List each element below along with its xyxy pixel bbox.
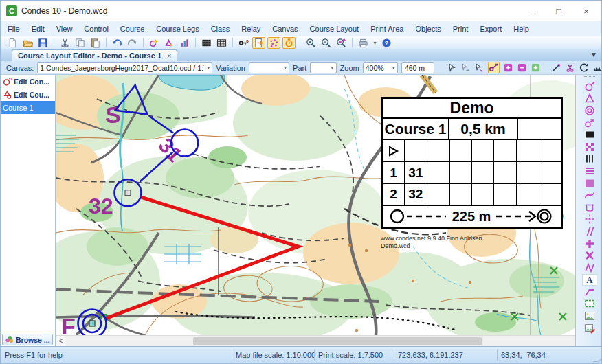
menu-item[interactable]: Course: [120, 25, 144, 33]
corridor-lines-icon[interactable]: [582, 153, 597, 166]
statistics-icon[interactable]: [178, 37, 191, 49]
filled-area-icon[interactable]: [582, 177, 597, 190]
start-triangle-icon[interactable]: [582, 93, 597, 105]
select-pointer-icon[interactable]: [447, 62, 457, 73]
rotate-icon[interactable]: [579, 62, 589, 73]
horizontal-scrollbar[interactable]: <: [56, 335, 575, 346]
hatched-area-icon[interactable]: [582, 165, 597, 177]
redo-icon[interactable]: [126, 37, 139, 49]
menu-item[interactable]: View: [56, 25, 73, 33]
divider: [232, 350, 232, 361]
menu-item[interactable]: Relay: [241, 25, 260, 33]
menu-item[interactable]: Print: [453, 25, 469, 33]
zoom-select[interactable]: 400%▾: [363, 62, 398, 73]
control-32-label[interactable]: 32: [89, 194, 113, 218]
sidebar-item-edit-controls[interactable]: 31 Edit Con...: [1, 75, 55, 88]
print-dropdown-icon[interactable]: ▾: [372, 37, 378, 49]
select-object-pointer-icon[interactable]: [474, 62, 484, 73]
control-collection-icon[interactable]: [282, 37, 296, 49]
help-icon[interactable]: ?: [380, 37, 393, 49]
all-controls-key-icon[interactable]: 0: [237, 37, 250, 49]
close-button[interactable]: ×: [572, 1, 600, 21]
menu-item[interactable]: File: [8, 25, 20, 33]
print-icon[interactable]: [357, 37, 370, 49]
menu-item[interactable]: Export: [480, 25, 502, 33]
scrollbar-thumb[interactable]: [193, 337, 482, 345]
cut-object-icon[interactable]: [565, 62, 575, 73]
edit-courses-icon[interactable]: [148, 37, 161, 49]
remove-magenta-icon[interactable]: [517, 62, 527, 73]
menu-item[interactable]: Control: [84, 25, 108, 33]
variation-select[interactable]: ▾: [249, 62, 289, 73]
course-layout-editor-icon[interactable]: [252, 37, 265, 49]
add-green-icon[interactable]: [531, 62, 541, 73]
save-file-icon[interactable]: [36, 37, 49, 49]
scroll-left-icon[interactable]: <: [56, 336, 66, 347]
table-grid-icon[interactable]: [215, 37, 228, 49]
menu-item[interactable]: Objects: [415, 25, 441, 33]
finish-label[interactable]: F: [61, 313, 76, 335]
forbidden-route-icon[interactable]: [582, 225, 597, 238]
selection-handle-finish[interactable]: [89, 321, 95, 326]
relocate-objects-icon[interactable]: [267, 37, 280, 49]
control-with-tail-icon[interactable]: [582, 117, 597, 129]
tab-close-icon[interactable]: ×: [167, 52, 171, 60]
map-credit: www.condes.net 9.9.40 Finn Arildsen Demo…: [381, 235, 482, 250]
menu-item[interactable]: Course Layout: [310, 25, 359, 33]
control-circle-icon[interactable]: [582, 80, 597, 93]
black-area-icon[interactable]: [582, 128, 597, 141]
undo-icon[interactable]: [111, 37, 124, 49]
text-tool-icon[interactable]: A: [582, 274, 597, 286]
cut-icon[interactable]: [58, 37, 71, 49]
open-file-icon[interactable]: [21, 37, 34, 49]
canvas-select[interactable]: 1 Condes_JaegersborgHegn2017_Ocad10.ocd …: [37, 62, 212, 73]
part-select[interactable]: ▾: [310, 62, 336, 73]
copy-icon[interactable]: [74, 37, 87, 49]
minimize-button[interactable]: –: [517, 1, 545, 21]
browse-button[interactable]: Browse ...: [2, 334, 53, 345]
menu-item[interactable]: Print Area: [370, 25, 403, 33]
tab-overflow-icon[interactable]: ▼: [590, 51, 597, 58]
finish-circles-icon[interactable]: [582, 104, 597, 117]
new-file-icon[interactable]: [6, 37, 19, 49]
zoom-selection-icon[interactable]: [335, 37, 348, 49]
container-symbol-icon[interactable]: [582, 201, 597, 214]
corner-line-icon[interactable]: [582, 286, 597, 298]
measure-icon[interactable]: [592, 62, 602, 73]
wavy-line-icon[interactable]: [582, 262, 597, 274]
crossing-point-icon[interactable]: [582, 214, 597, 226]
add-magenta-icon[interactable]: [503, 62, 513, 73]
zoom-out-icon[interactable]: [320, 37, 333, 49]
menu-item[interactable]: Help: [513, 25, 529, 33]
menu-item[interactable]: Edit: [32, 25, 45, 33]
select-leg-pointer-icon[interactable]: [460, 62, 471, 73]
checkered-area-icon[interactable]: [582, 141, 597, 153]
zoom-in-icon[interactable]: [304, 37, 317, 49]
resize-grip[interactable]: [591, 356, 602, 363]
move-control-key-icon[interactable]: [488, 62, 500, 73]
menu-item[interactable]: Canvas: [272, 25, 298, 33]
selection-handle-32[interactable]: [125, 190, 131, 196]
menu-item[interactable]: Course Legs: [156, 25, 199, 33]
image-edit-icon[interactable]: [582, 322, 597, 334]
edit-controls-icon[interactable]: [163, 37, 176, 49]
image-icon[interactable]: [582, 310, 597, 322]
curved-line-icon[interactable]: [582, 189, 597, 201]
status-cursor-coordinates: 63,34, -76,34: [501, 351, 546, 359]
plus-mark-icon[interactable]: [582, 238, 597, 250]
selection-rectangle-icon[interactable]: [582, 298, 597, 310]
tab-course-layout-editor[interactable]: Course Layout Editor - Demo - Course 1 ×: [12, 49, 177, 61]
cross-mark-icon[interactable]: [582, 249, 597, 262]
sidebar-item-course-1[interactable]: Course 1: [1, 101, 55, 114]
length-field[interactable]: 460 m: [401, 62, 434, 73]
control-row: 2 32: [383, 184, 561, 206]
table-solid-icon[interactable]: [200, 37, 213, 49]
control-description-sheet[interactable]: Demo Course 1 0,5 km 1 31 2 32 225 m: [381, 97, 563, 229]
status-help: Press F1 for help: [5, 351, 63, 359]
paste-icon[interactable]: [89, 37, 102, 49]
sidebar-item-edit-courses[interactable]: Edit Cou...: [1, 88, 55, 101]
toolbar-grip[interactable]: [584, 76, 595, 79]
menu-item[interactable]: Class: [211, 25, 230, 33]
maximize-button[interactable]: □: [545, 1, 572, 21]
draw-line-icon[interactable]: [551, 62, 561, 73]
